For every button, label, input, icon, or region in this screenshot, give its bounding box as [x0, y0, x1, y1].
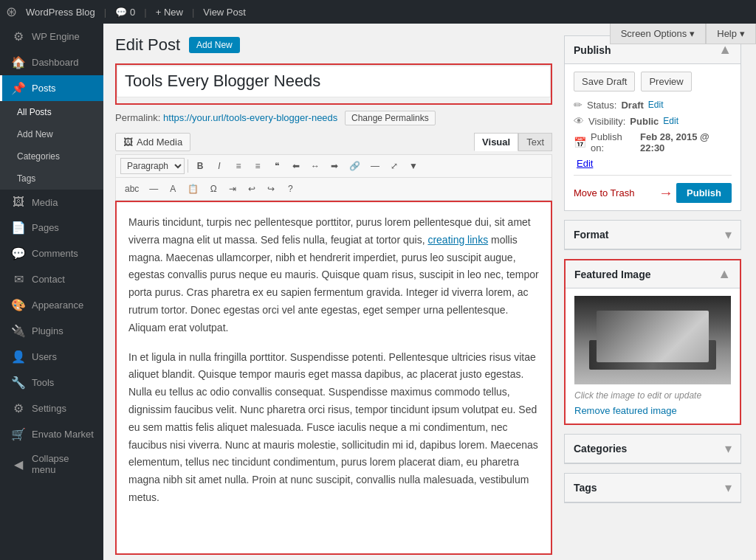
visibility-row: 👁 Visibility: Public Edit	[574, 115, 732, 127]
special-char-button[interactable]: Ω	[205, 181, 222, 197]
admin-bar: ⊛ WordPress Blog | 💬 0 | + New | View Po…	[0, 0, 756, 24]
publish-on-value: Feb 28, 2015 @ 22:30	[640, 131, 732, 153]
featured-image-preview[interactable]	[574, 296, 731, 384]
visual-text-tabs: Visual Text	[474, 133, 552, 151]
envato-icon: 🛒	[11, 427, 26, 441]
save-draft-button[interactable]: Save Draft	[574, 72, 635, 91]
sidebar-item-contact[interactable]: ✉ Contact	[0, 266, 103, 292]
laptop-image	[574, 296, 731, 384]
move-to-trash-link[interactable]: Move to Trash	[574, 187, 634, 198]
visibility-edit-link[interactable]: Edit	[663, 116, 678, 126]
italic-button[interactable]: I	[210, 158, 228, 174]
strikethrough-button[interactable]: abc	[120, 181, 143, 197]
add-new-post-button[interactable]: Add New	[189, 37, 240, 53]
publish-button[interactable]: Publish	[676, 183, 732, 203]
comments-icon[interactable]: 💬 0	[115, 7, 135, 18]
help-button[interactable]: Help ▾	[706, 24, 756, 44]
sidebar-item-plugins[interactable]: 🔌 Plugins	[0, 318, 103, 344]
settings-icon: ⚙	[11, 401, 26, 415]
indent-button[interactable]: ⇥	[224, 181, 241, 197]
add-new-bar-btn[interactable]: + New	[156, 7, 183, 18]
sidebar-item-add-new[interactable]: Add New	[0, 123, 103, 145]
tags-toggle-icon[interactable]: ▾	[725, 480, 732, 496]
preview-button[interactable]: Preview	[641, 72, 691, 91]
sidebar-item-appearance[interactable]: 🎨 Appearance	[0, 292, 103, 318]
appearance-icon: 🎨	[11, 298, 26, 312]
permalink-bar: Permalink: https://your.url/tools-every-…	[115, 111, 552, 125]
format-metabox-header[interactable]: Format ▾	[565, 221, 740, 249]
toolbar-separator	[188, 159, 188, 173]
screen-options-arrow-icon: ▾	[690, 28, 695, 39]
categories-title: Categories	[574, 443, 627, 454]
permalink-url[interactable]: https://your.url/tools-every-blogger-nee…	[163, 112, 337, 123]
featured-image-metabox-header[interactable]: Featured Image ▲	[566, 260, 740, 288]
align-left-button[interactable]: ⬅	[287, 158, 305, 174]
more-button[interactable]: —	[366, 158, 384, 174]
sidebar-item-wpengine[interactable]: ⚙ WP Engine	[0, 24, 103, 49]
sidebar-item-collapse-menu[interactable]: ◀ Collapse menu	[0, 447, 103, 481]
format-toggle-icon[interactable]: ▾	[725, 227, 732, 243]
site-name[interactable]: WordPress Blog	[26, 7, 95, 18]
sidebar-item-tools[interactable]: 🔧 Tools	[0, 370, 103, 395]
sidebar-item-all-posts[interactable]: All Posts	[0, 101, 103, 123]
link-button[interactable]: 🔗	[345, 158, 365, 174]
sidebar-item-media[interactable]: 🖼 Media	[0, 190, 103, 215]
categories-metabox-header[interactable]: Categories ▾	[565, 435, 740, 463]
help-toolbar-button[interactable]: ?	[281, 181, 299, 197]
redo-button[interactable]: ↪	[262, 181, 280, 197]
undo-button[interactable]: ↩	[243, 181, 261, 197]
sidebar-item-pages[interactable]: 📄 Pages	[0, 215, 103, 241]
publish-toggle-icon[interactable]: ▲	[718, 42, 732, 58]
editor-content[interactable]: Mauris tincidunt, turpis nec pellentesqu…	[115, 201, 552, 555]
text-tab[interactable]: Text	[518, 133, 552, 151]
tags-metabox-header[interactable]: Tags ▾	[565, 474, 740, 502]
remove-featured-image-link[interactable]: Remove featured image	[574, 405, 677, 416]
view-post-bar-btn[interactable]: View Post	[203, 7, 246, 18]
paste-text-button[interactable]: 📋	[183, 181, 203, 197]
change-permalinks-button[interactable]: Change Permalinks	[345, 111, 436, 125]
media-row: 🖼 Add Media Visual Text	[115, 133, 552, 151]
post-title-input[interactable]	[117, 65, 551, 97]
publish-on-row: 📅 Publish on: Feb 28, 2015 @ 22:30	[574, 131, 732, 153]
sidebar-item-settings[interactable]: ⚙ Settings	[0, 395, 103, 421]
unordered-list-button[interactable]: ≡	[230, 158, 247, 174]
toolbar-toggle-button[interactable]: ▼	[405, 158, 422, 174]
status-row: ✏ Status: Draft Edit	[574, 99, 732, 111]
add-media-button[interactable]: 🖼 Add Media	[115, 133, 190, 151]
publish-actions: Save Draft Preview	[574, 72, 732, 91]
publish-on-label: Publish on:	[591, 131, 636, 153]
sidebar-item-envato-market[interactable]: 🛒 Envato Market	[0, 421, 103, 447]
align-center-button[interactable]: ↔	[306, 158, 324, 174]
status-edit-link[interactable]: Edit	[648, 100, 664, 110]
text-color-button[interactable]: A	[164, 181, 182, 197]
align-right-button[interactable]: ➡	[326, 158, 343, 174]
sidebar-item-tags[interactable]: Tags	[0, 167, 103, 190]
format-select[interactable]: Paragraph	[120, 158, 185, 174]
main-layout: ⚙ WP Engine 🏠 Dashboard 📌 Posts All Post…	[0, 24, 756, 560]
wp-logo-icon[interactable]: ⊛	[6, 4, 17, 20]
publish-metabox-body: Save Draft Preview ✏ Status: Draft Edit …	[565, 64, 740, 210]
sidebar-item-dashboard[interactable]: 🏠 Dashboard	[0, 49, 103, 75]
blockquote-button[interactable]: ❝	[268, 158, 286, 174]
sidebar-item-comments[interactable]: 💬 Comments	[0, 241, 103, 266]
ordered-list-button[interactable]: ≡	[249, 158, 267, 174]
publish-on-edit-link[interactable]: Edit	[577, 158, 593, 169]
fullscreen-button[interactable]: ⤢	[385, 158, 403, 174]
sidebar-item-categories[interactable]: Categories	[0, 145, 103, 167]
creating-links-link[interactable]: creating links	[427, 234, 488, 246]
publish-metabox: Publish ▲ Save Draft Preview ✏ Status: D…	[564, 35, 741, 211]
format-metabox: Format ▾	[564, 220, 741, 250]
featured-image-toggle-icon[interactable]: ▲	[718, 266, 731, 282]
bold-button[interactable]: B	[191, 158, 209, 174]
sidebar-item-posts[interactable]: 📌 Posts	[0, 75, 103, 101]
contact-icon: ✉	[11, 272, 26, 286]
posts-icon: 📌	[11, 81, 26, 95]
categories-toggle-icon[interactable]: ▾	[725, 440, 732, 457]
pencil-icon: ✏	[574, 99, 583, 111]
sidebar-item-users[interactable]: 👤 Users	[0, 344, 103, 370]
visual-tab[interactable]: Visual	[474, 133, 518, 151]
bar-separator2: |	[144, 7, 146, 18]
hr-button[interactable]: —	[145, 181, 162, 197]
editor-paragraph-2: In et ligula in nulla fringilla porttito…	[128, 349, 539, 507]
screen-options-button[interactable]: Screen Options ▾	[610, 24, 707, 44]
